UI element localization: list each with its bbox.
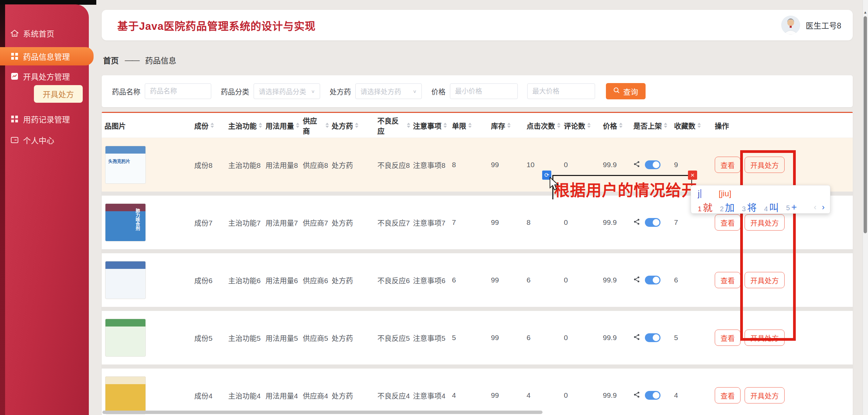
ime-candidate-window: j [jiu] 1 就 2 加 3 将 4 叫 5 + ‹ › bbox=[691, 185, 830, 214]
ime-candidate[interactable]: 4 叫 bbox=[764, 200, 778, 214]
sort-carets-icon[interactable] bbox=[557, 123, 560, 128]
sort-carets-icon[interactable] bbox=[211, 123, 214, 128]
column-header-14[interactable]: 收藏数 bbox=[671, 120, 712, 131]
ime-candidate[interactable]: 1 就 bbox=[698, 200, 712, 214]
ime-typed-text: j bbox=[698, 189, 700, 199]
view-button[interactable]: 查看 bbox=[715, 330, 741, 346]
cell-usage: 用法用量5 bbox=[263, 333, 300, 343]
horizontal-scrollbar-thumb[interactable] bbox=[102, 411, 542, 414]
sort-carets-icon[interactable] bbox=[619, 123, 623, 128]
column-header-6[interactable]: 不良反应 bbox=[375, 115, 410, 136]
view-button[interactable]: 查看 bbox=[715, 272, 741, 288]
onsale-toggle[interactable] bbox=[645, 276, 660, 284]
sort-carets-icon[interactable] bbox=[697, 123, 701, 128]
max-price-input[interactable] bbox=[527, 83, 595, 99]
ime-candidate[interactable]: 5 + bbox=[786, 202, 797, 213]
sort-carets-icon[interactable] bbox=[468, 123, 472, 128]
ime-candidate[interactable]: 3 将 bbox=[742, 200, 756, 214]
category-select[interactable]: 请选择药品分类 ∨ bbox=[254, 83, 320, 99]
share-icon[interactable] bbox=[633, 218, 640, 227]
sort-carets-icon[interactable] bbox=[443, 123, 447, 128]
column-header-12[interactable]: 价格 bbox=[600, 120, 631, 131]
prescribe-button[interactable]: 开具处方 bbox=[745, 387, 785, 403]
home-icon bbox=[10, 29, 19, 38]
name-input[interactable] bbox=[145, 83, 211, 99]
medicine-image[interactable]: 头孢克肟片 bbox=[105, 146, 146, 184]
column-header-3[interactable]: 用法用量 bbox=[263, 120, 300, 131]
sort-carets-icon[interactable] bbox=[507, 123, 511, 128]
sort-carets-icon[interactable] bbox=[259, 123, 262, 128]
sort-carets-icon[interactable] bbox=[326, 123, 329, 128]
rx-select[interactable]: 请选择处方药 ∨ bbox=[355, 83, 422, 99]
annotation-close-button[interactable]: ✕ bbox=[688, 171, 697, 180]
toggle-knob bbox=[653, 161, 659, 168]
category-placeholder: 请选择药品分类 bbox=[259, 86, 306, 96]
column-header-label: 处方药 bbox=[332, 120, 353, 131]
filter-bar: 药品名称 药品分类 请选择药品分类 ∨ 处方药 请选择处方药 ∨ 价格 查询 bbox=[102, 75, 853, 107]
column-header-8[interactable]: 单限 bbox=[449, 120, 488, 131]
onsale-toggle[interactable] bbox=[645, 218, 660, 227]
search-button[interactable]: 查询 bbox=[606, 83, 646, 99]
sidebar-item-label: 个人中心 bbox=[23, 134, 54, 146]
sort-carets-icon[interactable] bbox=[587, 123, 591, 128]
view-button[interactable]: 查看 bbox=[715, 157, 741, 173]
column-header-9[interactable]: 库存 bbox=[488, 120, 524, 131]
sidebar-subitem-prescribe[interactable]: 开具处方 bbox=[34, 85, 83, 103]
column-header-2[interactable]: 主治功能 bbox=[225, 120, 263, 131]
breadcrumb-home[interactable]: 首页 bbox=[103, 54, 119, 66]
column-header-11[interactable]: 评论数 bbox=[561, 120, 600, 131]
share-icon[interactable] bbox=[633, 276, 640, 284]
vertical-scrollbar-thumb[interactable] bbox=[864, 16, 867, 233]
cell-price: 99.9 bbox=[600, 276, 631, 284]
cell-reaction: 不良反应5 bbox=[375, 333, 410, 343]
cell-clicks: 10 bbox=[524, 161, 561, 169]
min-price-input[interactable] bbox=[450, 83, 518, 99]
column-header-5[interactable]: 处方药 bbox=[329, 120, 375, 131]
sidebar-item-prescription-mgmt[interactable]: 开具处方管理 bbox=[0, 69, 89, 84]
view-button[interactable]: 查看 bbox=[715, 214, 741, 231]
sidebar-item-personal-center[interactable]: 个人中心 bbox=[0, 133, 89, 147]
share-icon[interactable] bbox=[633, 161, 640, 169]
sidebar-item-home[interactable]: 系统首页 bbox=[0, 26, 89, 41]
medicine-image[interactable] bbox=[105, 261, 146, 299]
card-icon bbox=[10, 136, 19, 144]
cell-comments: 0 bbox=[561, 218, 600, 226]
sort-carets-icon[interactable] bbox=[355, 123, 358, 128]
toggle-knob bbox=[653, 219, 659, 226]
scrollbar-up-arrow[interactable]: ▲ bbox=[863, 10, 867, 16]
sort-carets-icon[interactable] bbox=[407, 123, 410, 128]
cell-onsale bbox=[631, 218, 671, 227]
onsale-toggle[interactable] bbox=[645, 391, 660, 400]
sort-carets-icon[interactable] bbox=[296, 123, 299, 128]
user-box[interactable]: 医生工号8 bbox=[781, 16, 841, 35]
ime-candidate-number: 4 bbox=[764, 205, 768, 213]
ime-pinyin: [jiu] bbox=[719, 189, 731, 198]
medicine-image[interactable] bbox=[105, 376, 146, 414]
column-header-1[interactable]: 成份 bbox=[192, 120, 225, 131]
view-button[interactable]: 查看 bbox=[715, 387, 741, 403]
cell-ingredient: 成份6 bbox=[192, 275, 225, 285]
ime-candidate[interactable]: 2 加 bbox=[720, 200, 734, 214]
filter-category-label: 药品分类 bbox=[221, 86, 249, 96]
onsale-toggle[interactable] bbox=[645, 333, 660, 342]
share-icon[interactable] bbox=[633, 391, 640, 400]
sort-carets-icon[interactable] bbox=[664, 123, 667, 128]
column-header-7[interactable]: 注意事项 bbox=[410, 120, 449, 131]
sidebar-item-medicine-info[interactable]: 药品信息管理 bbox=[0, 47, 94, 65]
column-header-label: 是否上架 bbox=[633, 120, 662, 131]
sidebar-item-medication-records[interactable]: 用药记录管理 bbox=[0, 112, 89, 126]
filter-price-label: 价格 bbox=[431, 86, 446, 96]
cell-usage: 用法用量8 bbox=[263, 160, 300, 170]
column-header-label: 点击次数 bbox=[527, 120, 555, 131]
medicine-image[interactable] bbox=[105, 319, 146, 357]
column-header-4[interactable]: 供应商 bbox=[300, 115, 329, 136]
onsale-toggle[interactable] bbox=[645, 160, 660, 169]
ime-next-page-icon[interactable]: › bbox=[822, 202, 825, 212]
cell-reaction: 不良反应8 bbox=[375, 160, 410, 170]
column-header-10[interactable]: 点击次数 bbox=[524, 120, 561, 131]
share-icon[interactable] bbox=[633, 334, 640, 342]
ime-prev-page-icon[interactable]: ‹ bbox=[814, 202, 816, 212]
medicine-image[interactable]: 肺力咳合剂 bbox=[105, 203, 146, 241]
sidebar-item-label: 用药记录管理 bbox=[23, 113, 70, 125]
column-header-13[interactable]: 是否上架 bbox=[631, 120, 671, 131]
